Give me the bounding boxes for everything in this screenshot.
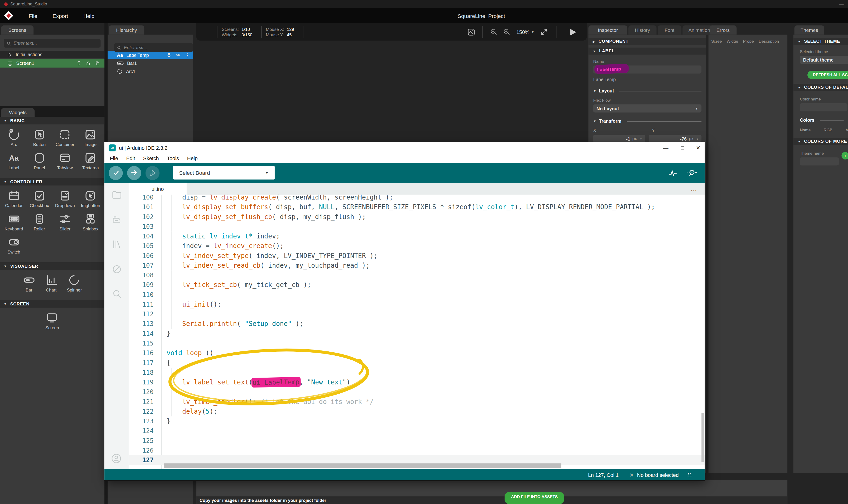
code-line-108[interactable]: 108 <box>129 270 705 280</box>
code-line-104[interactable]: 104 static lv_indev_t* indev; <box>129 231 705 241</box>
refresh-all-screens-button[interactable]: REFRESH ALL SC <box>808 71 848 79</box>
play-preview-button[interactable] <box>570 28 577 36</box>
code-line-119[interactable]: 119 lv_label_set_text(ui_LabelTemp, "New… <box>129 377 705 387</box>
account-icon[interactable] <box>111 453 122 464</box>
widget-screen[interactable]: Screen <box>45 311 59 330</box>
code-line-103[interactable]: 103 <box>129 222 705 231</box>
errors-col-description[interactable]: Description <box>759 39 779 44</box>
widget-imgbutton[interactable]: Imgbutton <box>78 189 103 208</box>
tab-history[interactable]: History <box>628 25 656 35</box>
code-line-109[interactable]: 109 lv_tick_set_cb( my_tick_get_cb ); <box>129 280 705 290</box>
zoom-in-button[interactable] <box>503 28 510 36</box>
name-input[interactable]: LabelTemp <box>593 65 702 73</box>
tab-hierarchy[interactable]: Hierarchy <box>109 25 144 35</box>
tab-ui-ino[interactable]: ui.ino <box>129 183 186 195</box>
verify-button[interactable] <box>109 166 123 180</box>
initial-actions-row[interactable]: Initial actions <box>0 51 104 58</box>
errors-col-scree[interactable]: Scree <box>711 39 722 44</box>
code-editor[interactable]: 100 disp = lv_display_create( screenWidt… <box>129 195 705 469</box>
eye-icon[interactable] <box>175 52 181 57</box>
errors-col-prope[interactable]: Prope <box>743 39 754 44</box>
transform-section-header[interactable]: ▼Transform <box>593 119 702 124</box>
label-section-header[interactable]: ▼LABEL <box>588 48 706 55</box>
sketchbook-folder-icon[interactable] <box>111 189 122 200</box>
widget-container[interactable]: Container <box>52 128 78 147</box>
widget-button[interactable]: Button <box>26 128 52 147</box>
layout-section-header[interactable]: ▼Layout <box>593 88 702 94</box>
code-line-106[interactable]: 106 lv_indev_set_type( indev, LV_INDEV_T… <box>129 251 705 260</box>
code-line-125[interactable]: 125 <box>129 436 705 446</box>
code-line-113[interactable]: 113 Serial.println( "Setup done" ); <box>129 319 705 329</box>
code-line-115[interactable]: 115 <box>129 339 705 348</box>
upload-button[interactable] <box>127 166 141 180</box>
code-line-124[interactable]: 124 <box>129 426 705 436</box>
hierarchy-item-arc1[interactable]: Arc1 <box>108 67 193 75</box>
component-section-header[interactable]: ▶COMPONENT <box>588 38 706 45</box>
maximize-button[interactable]: □ <box>677 142 688 154</box>
code-line-123[interactable]: 123} <box>129 416 705 426</box>
zoom-level[interactable]: 150% <box>516 29 529 35</box>
delete-icon[interactable] <box>76 60 82 66</box>
code-line-107[interactable]: 107 lv_indev_set_read_cb( indev, my_touc… <box>129 260 705 270</box>
select-theme-header[interactable]: ▼SELECT THEME <box>793 38 848 45</box>
code-line-116[interactable]: 116void loop () <box>129 348 705 358</box>
colors-default-theme-header[interactable]: ▼COLORS OF DEFAULT T <box>793 84 848 91</box>
widget-bar[interactable]: Bar <box>23 274 36 292</box>
y-input[interactable]: -76px▾ <box>649 135 702 143</box>
fit-screen-button[interactable] <box>540 28 548 36</box>
widget-keyboard[interactable]: Keyboard <box>1 213 26 231</box>
tab-screens[interactable]: Screens <box>1 25 34 35</box>
widget-panel[interactable]: Panel <box>26 151 52 170</box>
tab-inspector[interactable]: Inspector <box>588 25 627 35</box>
boards-manager-icon[interactable] <box>111 214 122 225</box>
code-line-114[interactable]: 114} <box>129 329 705 339</box>
menu-export[interactable]: Export <box>45 13 76 19</box>
section-header[interactable]: ▼VISUALISER <box>0 262 104 270</box>
menu-file[interactable]: File <box>21 13 45 19</box>
tab-errors[interactable]: Errors <box>709 25 737 35</box>
tab-themes[interactable]: Themes <box>794 25 824 35</box>
library-manager-icon[interactable] <box>111 239 122 250</box>
arduino-titlebar[interactable]: ∞ ui | Arduino IDE 2.3.2 — □ ✕ <box>104 142 705 154</box>
section-header[interactable]: ▼CONTROLLER <box>0 178 104 185</box>
code-line-111[interactable]: 111 ui_init(); <box>129 300 705 309</box>
widget-textarea[interactable]: Textarea <box>78 151 103 170</box>
menu-edit[interactable]: Edit <box>126 155 135 161</box>
debug-panel-icon[interactable] <box>111 264 122 275</box>
board-selector[interactable]: Select Board▼ <box>173 166 275 179</box>
lock-icon[interactable] <box>166 52 172 57</box>
code-line-102[interactable]: 102 lv_display_set_flush_cb( disp, my_di… <box>129 212 705 222</box>
code-line-117[interactable]: 117{ <box>129 358 705 368</box>
serial-monitor-icon[interactable] <box>687 168 697 177</box>
add-theme-button[interactable]: + <box>842 152 848 159</box>
code-line-110[interactable]: 110 <box>129 290 705 300</box>
theme-name-input[interactable] <box>800 157 839 165</box>
minimize-icon[interactable]: — <box>839 1 844 7</box>
widget-image[interactable]: Image <box>78 128 103 147</box>
vertical-scrollbar[interactable] <box>702 413 704 462</box>
unlock-icon[interactable] <box>85 60 91 66</box>
widget-switch[interactable]: Switch <box>1 236 26 255</box>
widget-roller[interactable]: Roller <box>26 213 52 231</box>
notifications-bell-icon[interactable] <box>686 471 693 478</box>
section-header[interactable]: ▼BASIC <box>0 117 104 124</box>
menu-help[interactable]: Help <box>187 155 198 161</box>
widget-spinner[interactable]: Spinner <box>67 274 82 292</box>
board-status[interactable]: No board selected <box>637 472 679 478</box>
code-line-122[interactable]: 122 delay(5); <box>129 407 705 416</box>
menu-sketch[interactable]: Sketch <box>143 155 159 161</box>
code-line-105[interactable]: 105 indev = lv_indev_create(); <box>129 241 705 251</box>
widget-checkbox[interactable]: Checkbox <box>26 189 52 208</box>
background-image-button[interactable] <box>467 28 475 36</box>
hierarchy-search-input[interactable]: Enter text... <box>114 43 193 52</box>
menu-help[interactable]: Help <box>76 13 102 19</box>
widget-tabview[interactable]: Tabview <box>52 151 78 170</box>
code-line-100[interactable]: 100 disp = lv_display_create( screenWidt… <box>129 195 705 202</box>
x-input[interactable]: -1px▾ <box>593 135 645 143</box>
minimize-button[interactable]: — <box>660 142 671 154</box>
code-line-121[interactable]: 121 lv_timer_handler(); /* let the GUI d… <box>129 397 705 407</box>
code-line-101[interactable]: 101 lv_display_set_buffers( disp, buf, N… <box>129 202 705 212</box>
zoom-out-button[interactable] <box>490 28 498 36</box>
widget-label[interactable]: AaLabel <box>1 151 26 170</box>
errors-col-widge[interactable]: Widge <box>726 39 738 44</box>
